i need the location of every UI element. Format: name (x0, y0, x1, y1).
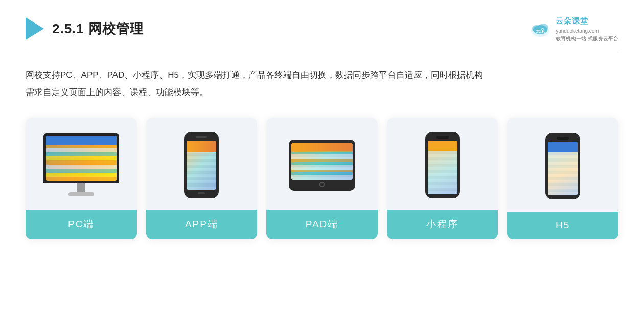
card-pc-label: PC端 (26, 210, 137, 239)
card-app: APP端 (146, 118, 258, 239)
monitor-screen (46, 136, 117, 181)
page-title: 2.5.1 网校管理 (52, 20, 144, 38)
phone-app-mockup (184, 132, 219, 198)
desc-line1: 网校支持PC、APP、PAD、小程序、H5，实现多端打通，产品各终端自由切换，数… (26, 66, 618, 84)
monitor-outer (43, 133, 119, 183)
phone-h5-notch (557, 137, 569, 140)
card-app-image (146, 118, 258, 210)
card-h5-image (507, 118, 618, 212)
card-h5-label: H5 (507, 212, 618, 239)
brand-tagline: 教育机构一站 式服务云平台 (556, 35, 618, 42)
page-wrapper: 2.5.1 网校管理 云朵 云朵课堂 yunduoketang.com 教育机构… (0, 0, 644, 322)
cards-row: PC端 APP端 (26, 118, 618, 239)
logo-triangle-icon (26, 17, 44, 40)
pad-home-btn (319, 182, 325, 187)
monitor-base (68, 192, 94, 196)
phone-mini-notch (436, 136, 449, 139)
title-prefix: 2.5.1 (52, 21, 88, 36)
pad-mockup (289, 140, 355, 191)
card-pad-image (266, 118, 378, 210)
phone-h5-outer (545, 133, 580, 199)
phone-home-btn (198, 192, 205, 194)
monitor-stand (77, 183, 85, 192)
phone-h5-screen (548, 142, 578, 195)
desc-line2: 需求自定义页面上的内容、课程、功能模块等。 (26, 84, 618, 101)
card-pc: PC端 (26, 118, 137, 239)
pad-screen (291, 143, 353, 180)
brand-url: yunduoketang.com (556, 27, 618, 35)
phone-app-outer (184, 132, 219, 198)
card-pc-image (26, 118, 137, 210)
phone-mini-screen (428, 141, 457, 194)
card-pad-label: PAD端 (266, 210, 378, 239)
card-app-label: APP端 (146, 210, 258, 239)
card-pad: PAD端 (266, 118, 378, 239)
card-miniprogram: 小程序 (387, 118, 498, 239)
pad-outer (289, 140, 355, 191)
header-left: 2.5.1 网校管理 (26, 17, 144, 40)
brand-name: 云朵课堂 (556, 15, 618, 27)
card-mini-image (387, 118, 498, 210)
card-h5: H5 (507, 118, 618, 239)
phone-speaker (196, 136, 207, 138)
svg-text:云朵: 云朵 (536, 28, 545, 33)
header: 2.5.1 网校管理 云朵 云朵课堂 yunduoketang.com 教育机构… (26, 15, 618, 52)
brand-text: 云朵课堂 yunduoketang.com 教育机构一站 式服务云平台 (556, 15, 618, 42)
brand-cloud-icon: 云朵 (529, 19, 551, 38)
card-mini-label: 小程序 (387, 210, 498, 239)
phone-mini-outer (425, 132, 460, 198)
phone-mini-mockup (425, 132, 460, 198)
phone-h5-mockup (545, 133, 580, 199)
phone-app-screen (187, 141, 216, 190)
title-bold: 网校管理 (88, 21, 144, 36)
description-text: 网校支持PC、APP、PAD、小程序、H5，实现多端打通，产品各终端自由切换，数… (26, 66, 618, 101)
brand-logo: 云朵 云朵课堂 yunduoketang.com 教育机构一站 式服务云平台 (529, 15, 618, 42)
monitor-mockup (43, 133, 119, 196)
